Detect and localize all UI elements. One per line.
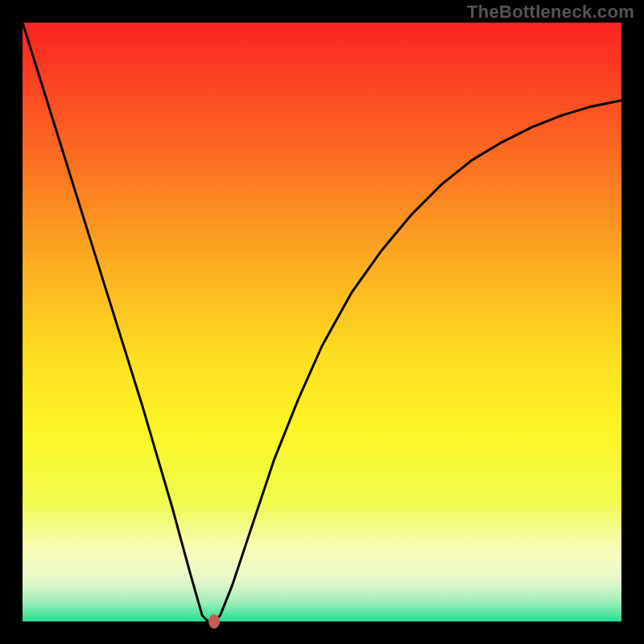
watermark-text: TheBottleneck.com <box>467 2 634 23</box>
plot-area <box>23 23 621 621</box>
bottleneck-curve-canvas <box>23 23 621 621</box>
chart-container: TheBottleneck.com <box>0 0 644 644</box>
minimum-marker <box>208 614 220 629</box>
